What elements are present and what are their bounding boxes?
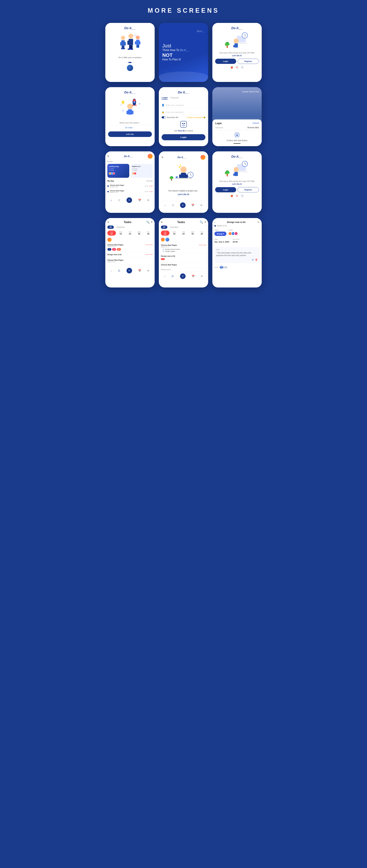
filter-all-sm[interactable]: All xyxy=(107,225,114,229)
filter-importants-sm[interactable]: Importants xyxy=(115,225,126,229)
next-button[interactable]: › xyxy=(127,65,133,71)
calendar-icon-10[interactable]: 📅 xyxy=(138,269,141,272)
delete-icon[interactable]: 🗑 xyxy=(255,258,258,261)
filter-importants-lg[interactable]: Importants xyxy=(169,225,180,229)
edit-icon[interactable]: ✏ xyxy=(252,258,254,261)
welcome-cta-2[interactable]: Let's Do it! xyxy=(215,183,259,185)
login-submit-button[interactable]: Login xyxy=(162,134,205,140)
date-value: Sat, July 4, 2020 xyxy=(215,241,229,243)
svg-rect-14 xyxy=(135,41,137,44)
username-placeholder[interactable]: Enter your username xyxy=(166,104,184,106)
task-action-btn-2[interactable]: ★ xyxy=(112,248,116,251)
add-icon-lg[interactable]: + xyxy=(204,220,206,224)
svg-rect-63 xyxy=(175,178,192,179)
star-icon[interactable]: ☆ xyxy=(257,220,260,224)
date-item-3[interactable]: WED 05 xyxy=(135,230,143,236)
tab-register[interactable]: Register xyxy=(170,96,179,100)
date-lg-2[interactable]: TUE 04 xyxy=(179,230,188,236)
date-day-2: TUE xyxy=(126,231,134,233)
welcome-cta[interactable]: Let's Do it! xyxy=(215,55,259,57)
add-icon-sm[interactable]: + xyxy=(151,220,152,224)
tasks-icon-8[interactable]: ☑ xyxy=(172,204,174,207)
bottom-nav-8: ⌂ ☑ + 📅 ⚙ xyxy=(162,201,205,209)
task-times-2: 11:30 14:30 xyxy=(145,191,152,192)
back-button[interactable]: ‹ xyxy=(215,221,215,224)
add-fab-11[interactable]: + xyxy=(180,273,186,279)
date-item-4[interactable]: THU 06 xyxy=(144,230,152,236)
review-label: Review new ui xyxy=(161,269,206,271)
home-icon-8[interactable]: ⌂ xyxy=(165,204,166,207)
add-fab[interactable]: + xyxy=(126,197,132,203)
login-button-welcome[interactable]: Login xyxy=(215,59,236,64)
tasks-icon-11[interactable]: ☑ xyxy=(171,275,174,278)
home-icon-11[interactable]: ⌂ xyxy=(164,275,165,278)
status-badge-doing[interactable]: Doing ▾ xyxy=(215,231,226,236)
project-card-2[interactable]: Mobile UI K 21 Tasks 17 Done xyxy=(131,164,152,178)
side-cancel-button[interactable]: Cancel xyxy=(253,122,259,125)
register-button-welcome-2[interactable]: Register xyxy=(237,187,259,192)
empty-cta[interactable]: Let's Do it! xyxy=(162,193,205,196)
welcome-caption: Dont worry, We'll remind your tasks ON T… xyxy=(215,52,259,54)
task-action-btn-3[interactable]: 🗑 xyxy=(117,248,121,251)
settings-icon[interactable]: ⚙ xyxy=(147,199,149,202)
project-name-input[interactable] xyxy=(108,120,152,125)
tagline-think: Think How To Do it.__ xyxy=(162,49,205,52)
date-item-0[interactable]: SUN 02 xyxy=(107,230,116,236)
filter-all-lg[interactable]: All xyxy=(161,225,167,229)
date-item-2[interactable]: TUE 04 xyxy=(126,230,134,236)
task-start-2: 11:30 xyxy=(145,191,148,192)
apple-icon-2[interactable]: 🍎 xyxy=(230,194,233,197)
add-fab-10[interactable]: + xyxy=(126,268,132,273)
hamburger-icon-8[interactable]: ≡ xyxy=(162,156,163,159)
screen-onboard2: Do it.__ ♪ ♫ xyxy=(105,87,154,146)
task-start-1: 11:30 xyxy=(145,185,148,187)
tasks-header-icons-lg: 🔍 + xyxy=(200,220,206,224)
dashboard-header: ≡ Do it.__ xyxy=(107,154,152,159)
do-it-later[interactable]: Do it later → xyxy=(108,127,152,129)
hamburger-icon[interactable]: ≡ xyxy=(107,155,109,158)
facebook-icon-2[interactable]: f xyxy=(241,194,244,197)
task-action-btn-1[interactable]: ✓ xyxy=(107,248,111,251)
search-icon-sm[interactable]: 🔍 xyxy=(146,220,150,224)
hamburger-icon-11[interactable]: ≡ xyxy=(161,221,163,224)
double-click-text: Double Click to Pay xyxy=(213,87,262,96)
settings-icon-10[interactable]: ⚙ xyxy=(147,269,149,272)
tab-login[interactable]: Login xyxy=(162,96,168,100)
date-lg-3[interactable]: WED 05 xyxy=(188,230,197,236)
task-list-1-sm: Choose New Pages Mobile UI Kit 11:30 14:… xyxy=(107,243,152,252)
apple-icon[interactable]: 🍎 xyxy=(230,66,233,69)
tasks-icon-10[interactable]: ☑ xyxy=(118,269,120,272)
note-actions: ✏ 🗑 xyxy=(216,258,258,261)
screen-splash: Do it.__ Just Think How To Do it.__ NOT … xyxy=(159,23,208,82)
home-icon[interactable]: ⌂ xyxy=(111,199,112,202)
date-item-1[interactable]: MON 03 xyxy=(117,230,125,236)
forgot-password[interactable]: I forgot my password 😅 xyxy=(187,117,205,118)
google-icon-2[interactable]: G xyxy=(235,194,239,197)
register-button-welcome[interactable]: Register xyxy=(237,59,259,64)
calendar-icon-8[interactable]: 📅 xyxy=(191,204,194,207)
facebook-icon[interactable]: f xyxy=(241,66,244,69)
date-lg-0[interactable]: SUN 02 xyxy=(161,230,169,236)
svg-rect-10 xyxy=(129,45,131,49)
svg-point-74 xyxy=(171,177,173,179)
remember-toggle[interactable] xyxy=(162,116,166,118)
tasks-icon[interactable]: ☑ xyxy=(118,199,120,202)
logo-1: Do it.__ xyxy=(108,26,152,30)
search-icon-lg[interactable]: 🔍 xyxy=(200,220,203,224)
user-avatar[interactable] xyxy=(148,154,152,159)
hamburger-icon-10[interactable]: ≡ xyxy=(107,221,109,224)
project-card-1[interactable]: Landing Page 21 Tasks 17 Done xyxy=(107,164,129,178)
password-placeholder[interactable]: Enter your password xyxy=(166,111,183,113)
add-fab-8[interactable]: + xyxy=(180,203,186,208)
google-icon[interactable]: G xyxy=(235,66,239,69)
home-icon-10[interactable]: ⌂ xyxy=(111,269,112,272)
date-lg-4[interactable]: THU 06 xyxy=(198,230,206,236)
login-button-welcome-2[interactable]: Login xyxy=(215,187,236,192)
date-lg-1[interactable]: MON 03 xyxy=(170,230,179,236)
calendar-icon[interactable]: 📅 xyxy=(138,199,141,202)
lets-go-button[interactable]: Let's Go xyxy=(108,131,152,137)
calendar-icon-11[interactable]: 📅 xyxy=(192,275,195,278)
avatar-8[interactable] xyxy=(200,155,205,160)
settings-icon-8[interactable]: ⚙ xyxy=(200,204,202,207)
settings-icon-11[interactable]: ⚙ xyxy=(201,275,203,278)
